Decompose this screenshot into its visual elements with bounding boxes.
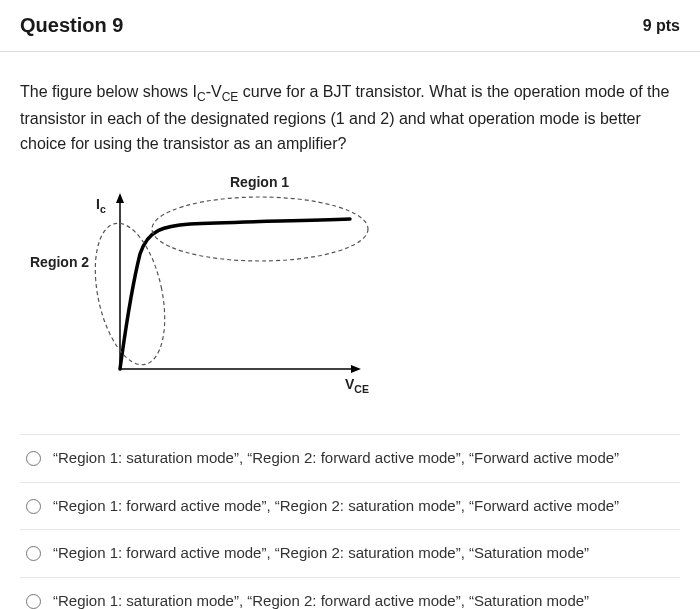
prompt-text-1: The figure below shows I (20, 83, 197, 100)
radio-option-1[interactable] (26, 499, 41, 514)
svg-marker-3 (351, 365, 361, 373)
question-points: 9 pts (643, 17, 680, 35)
radio-option-3[interactable] (26, 594, 41, 609)
answer-option-3[interactable]: “Region 1: saturation mode”, “Region 2: … (20, 578, 680, 609)
chart-svg (30, 174, 390, 404)
answer-option-2[interactable]: “Region 1: forward active mode”, “Region… (20, 530, 680, 578)
prompt-text-2: -V (206, 83, 222, 100)
x-axis-label: VCE (345, 376, 369, 395)
answer-text-1: “Region 1: forward active mode”, “Region… (53, 495, 619, 518)
bjt-curve-figure: Region 1 Region 2 Ic VCE (30, 174, 390, 404)
question-prompt: The figure below shows IC-VCE curve for … (20, 80, 680, 156)
y-axis-sub: c (100, 203, 106, 215)
prompt-sub-2: CE (222, 90, 239, 104)
question-body: The figure below shows IC-VCE curve for … (0, 52, 700, 609)
x-axis-sub: CE (354, 383, 369, 395)
answer-text-2: “Region 1: forward active mode”, “Region… (53, 542, 589, 565)
y-axis-label: Ic (96, 196, 106, 215)
question-title: Question 9 (20, 14, 123, 37)
radio-option-2[interactable] (26, 546, 41, 561)
answer-options: “Region 1: saturation mode”, “Region 2: … (20, 434, 680, 609)
x-axis-main: V (345, 376, 354, 392)
prompt-sub-1: C (197, 90, 206, 104)
answer-text-0: “Region 1: saturation mode”, “Region 2: … (53, 447, 619, 470)
region2-label: Region 2 (30, 254, 89, 270)
svg-point-4 (152, 197, 368, 261)
answer-text-3: “Region 1: saturation mode”, “Region 2: … (53, 590, 589, 609)
question-header: Question 9 9 pts (0, 0, 700, 52)
svg-marker-2 (116, 193, 124, 203)
answer-option-1[interactable]: “Region 1: forward active mode”, “Region… (20, 483, 680, 531)
radio-option-0[interactable] (26, 451, 41, 466)
answer-option-0[interactable]: “Region 1: saturation mode”, “Region 2: … (20, 435, 680, 483)
region1-label: Region 1 (230, 174, 289, 190)
